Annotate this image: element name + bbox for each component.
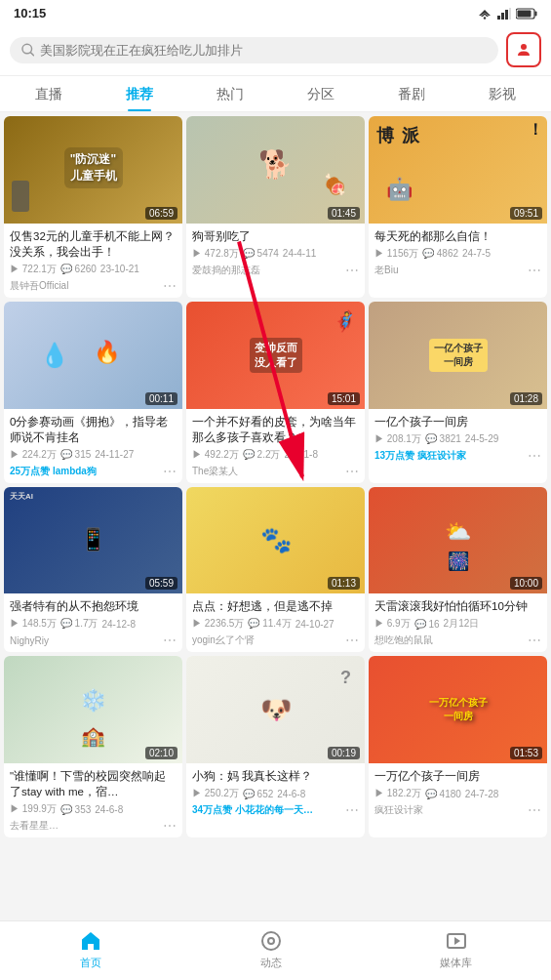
video-meta-row-5: The梁某人 ⋯ [192,464,359,479]
video-info-7: 强者特有的从不抱怨环境 ▶ 148.5万 💬 1.7万 24-12-8 Nigh… [4,593,182,652]
svg-rect-4 [501,13,504,20]
more-btn-9[interactable]: ⋯ [528,633,541,648]
video-card-7[interactable]: 📱 天天AI 05:59 强者特有的从不抱怨环境 ▶ 148.5万 💬 1.7万… [4,487,182,653]
thumb-icon-11: 🐶 [260,695,292,725]
video-meta-1: ▶ 722.1万 💬 6260 23-10-21 [10,263,177,276]
tab-category[interactable]: 分区 [295,76,346,111]
library-icon [445,929,468,953]
video-title-3: 每天死的都那么自信！ [374,228,541,244]
video-thumb-12: 一万亿个孩子一间房 01:53 [369,656,547,763]
video-card-2[interactable]: 🐕 🍖 01:45 狗哥别吃了 ▶ 472.8万 💬 5474 24-4-11 … [186,116,365,298]
more-btn-3[interactable]: ⋯ [528,263,541,278]
video-card-6[interactable]: 一亿个孩子一间房 01:28 一亿个孩子一间房 ▶ 208.1万 💬 3821 … [369,302,547,483]
nav-dynamic[interactable]: 动态 [259,929,283,970]
video-duration-11: 00:19 [328,747,360,759]
tab-film[interactable]: 影视 [477,76,528,111]
thumb-overlay-5: 变帅反而没人看了 [250,338,302,373]
video-card-11[interactable]: 🐶 ? 00:19 小狗：妈 我真长这样？ ▶ 250.2万 💬 652 24-… [186,656,365,837]
thumb-sub-7: 天天AI [10,491,33,502]
status-icons [477,8,537,20]
video-card-12[interactable]: 一万亿个孩子一间房 01:53 一万亿个孩子一间房 ▶ 182.2万 💬 418… [369,656,547,837]
comments-7: 💬 1.7万 [60,617,98,631]
video-thumb-3: 博派 ！ 🤖 09:51 [369,116,547,224]
uploader-5: The梁某人 [192,465,238,478]
thumb-food-2: 🍖 [323,173,347,196]
video-meta-11: ▶ 250.2万 💬 652 24-6-8 [192,787,359,800]
thumb-exclaim-3: ！ [528,120,543,141]
video-thumb-1: "防沉迷"儿童手机 06:59 [4,116,182,224]
video-title-7: 强者特有的从不抱怨环境 [10,598,177,614]
search-input-wrap[interactable] [10,37,498,63]
home-icon [79,929,102,953]
video-card-3[interactable]: 博派 ！ 🤖 09:51 每天死的都那么自信！ ▶ 1156万 💬 4862 2… [369,116,547,298]
video-info-9: 天雷滚滚我好怕怕循环10分钟 ▶ 6.9万 💬 16 2月12日 想吃饱的鼠鼠 … [369,593,547,652]
nav-library[interactable]: 媒体库 [440,929,472,970]
more-btn-4[interactable]: ⋯ [163,464,177,479]
uploader-8: yogin幺了个肾 [192,633,255,647]
video-thumb-2: 🐕 🍖 01:45 [186,116,365,224]
video-thumb-11: 🐶 ? 00:19 [186,656,365,763]
tab-series[interactable]: 番剧 [386,76,437,111]
more-btn-8[interactable]: ⋯ [345,633,359,648]
comments-1: 💬 6260 [60,264,97,274]
video-card-5[interactable]: 变帅反而没人看了 🦸 15:01 一个并不好看的皮套，为啥当年那么多孩子喜欢看？… [186,302,365,483]
video-meta-4: ▶ 224.2万 💬 315 24-11-27 [10,448,177,462]
comments-10: 💬 353 [60,804,91,815]
uploader-4: 25万点赞 lambda狗 [10,465,97,478]
video-meta-row-3: 老Biu ⋯ [374,263,541,278]
avatar-button[interactable] [506,32,541,67]
video-info-10: "谁懂啊！下雪的校园突然响起了stay with me，宿… ▶ 199.9万 … [4,763,182,837]
battery-icon [516,8,537,20]
views-10: ▶ 199.9万 [10,802,57,816]
date-10: 24-6-8 [95,804,123,815]
more-btn-10[interactable]: ⋯ [163,818,177,834]
more-btn-11[interactable]: ⋯ [345,802,359,818]
views-5: ▶ 492.2万 [192,448,239,462]
video-info-11: 小狗：妈 我真长这样？ ▶ 250.2万 💬 652 24-6-8 34万点赞 … [186,763,365,822]
video-card-9[interactable]: ⛅ 🎆 10:00 天雷滚滚我好怕怕循环10分钟 ▶ 6.9万 💬 16 2月1… [369,487,547,653]
video-thumb-10: ❄️ 🏫 02:10 [4,656,182,763]
svg-rect-6 [509,8,511,20]
views-3: ▶ 1156万 [374,247,418,261]
tab-live[interactable]: 直播 [23,76,74,111]
video-meta-row-4: 25万点赞 lambda狗 ⋯ [10,464,177,479]
video-duration-10: 02:10 [145,747,177,759]
video-meta-8: ▶ 2236.5万 💬 11.4万 24-10-27 [192,617,359,631]
video-title-12: 一万亿个孩子一间房 [374,768,541,784]
date-2: 24-4-11 [283,248,316,259]
comments-8: 💬 11.4万 [248,617,291,631]
more-btn-6[interactable]: ⋯ [528,448,541,464]
uploader-7: NighyRiy [10,635,49,646]
more-btn-5[interactable]: ⋯ [345,464,359,479]
signal-icon [497,8,511,20]
more-btn-7[interactable]: ⋯ [163,633,177,648]
video-duration-2: 01:45 [328,207,360,220]
comments-2: 💬 5474 [243,248,279,259]
date-7: 24-12-8 [102,619,136,630]
comments-4: 💬 315 [60,449,91,460]
tab-recommend[interactable]: 推荐 [114,76,165,111]
video-card-1[interactable]: "防沉迷"儿童手机 06:59 仅售32元的儿童手机不能上网？没关系，我会出手！… [4,116,182,298]
video-card-4[interactable]: 💧 🔥 00:11 0分参赛动画《拥抱》，指导老师说不肯挂名 ▶ 224.2万 … [4,302,182,483]
video-card-8[interactable]: 🐾 01:13 点点：好想逃，但是逃不掉 ▶ 2236.5万 💬 11.4万 2… [186,487,365,653]
video-title-2: 狗哥别吃了 [192,228,359,244]
video-info-4: 0分参赛动画《拥抱》，指导老师说不肯挂名 ▶ 224.2万 💬 315 24-1… [4,409,182,483]
nav-library-label: 媒体库 [440,956,472,970]
nav-home[interactable]: 首页 [79,929,102,970]
video-card-10[interactable]: ❄️ 🏫 02:10 "谁懂啊！下雪的校园突然响起了stay with me，宿… [4,656,182,837]
video-duration-12: 01:53 [510,747,542,759]
date-5: 24-11-8 [285,449,318,460]
date-6: 24-5-29 [465,433,498,444]
more-btn-1[interactable]: ⋯ [163,278,177,294]
tab-hot[interactable]: 热门 [205,76,256,111]
search-input[interactable] [40,43,487,58]
video-meta-row-6: 13万点赞 疯狂设计家 ⋯ [374,448,541,464]
more-btn-2[interactable]: ⋯ [345,263,359,278]
svg-marker-18 [454,937,460,945]
views-9: ▶ 6.9万 [374,617,411,631]
more-btn-12[interactable]: ⋯ [528,802,541,818]
thumb-icon-10b: 🏫 [81,724,105,748]
video-duration-5: 15:01 [328,392,360,405]
video-title-9: 天雷滚滚我好怕怕循环10分钟 [374,598,541,614]
date-8: 24-10-27 [295,619,335,630]
